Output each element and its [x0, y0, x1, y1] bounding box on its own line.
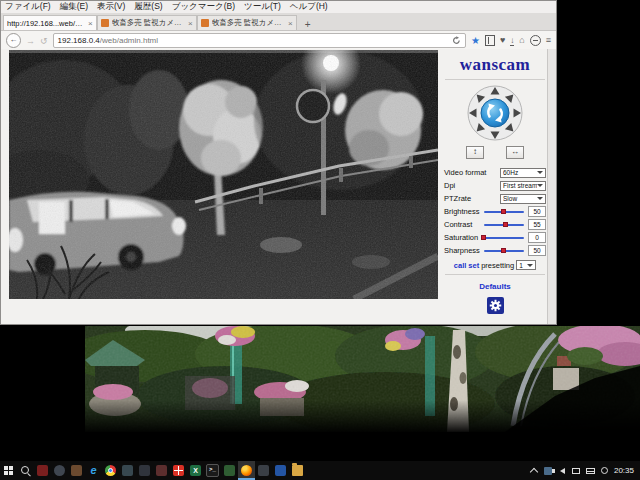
chevron-up-icon[interactable]: [530, 467, 539, 475]
taskbar-app-maroon[interactable]: [153, 461, 170, 480]
set-preset-link[interactable]: set: [468, 261, 479, 270]
menu-edit[interactable]: 編集(E): [60, 1, 88, 13]
patrol-buttons: ↕ ↔: [466, 146, 524, 159]
contrast-row: Contrast 55: [444, 219, 546, 230]
menu-tools[interactable]: ツール(T): [244, 1, 281, 13]
slider-thumb[interactable]: [503, 222, 508, 227]
new-tab-button[interactable]: +: [301, 19, 315, 30]
ptz-control-pad[interactable]: [466, 84, 524, 142]
ptzrate-label: PTZrate: [444, 194, 500, 203]
taskbar-clock[interactable]: 20:35: [614, 466, 634, 475]
brightness-value[interactable]: 50: [528, 206, 546, 217]
app-icon: [156, 465, 167, 476]
taskbar-excel[interactable]: X: [187, 461, 204, 480]
sharpness-slider[interactable]: [484, 247, 524, 254]
menu-icon[interactable]: ≡: [546, 36, 551, 45]
taskbar-app-blue[interactable]: [272, 461, 289, 480]
home-icon[interactable]: ⌂: [519, 36, 524, 45]
brightness-row: Brightness 50: [444, 206, 546, 217]
pocket-icon[interactable]: ♥: [500, 36, 505, 45]
keyboard-icon[interactable]: [586, 467, 595, 475]
forward-icon[interactable]: →: [26, 36, 35, 46]
video-format-label: Video format: [444, 168, 500, 177]
slider-thumb[interactable]: [481, 235, 486, 240]
reload-icon[interactable]: [452, 36, 461, 45]
taskbar-internet-explorer[interactable]: e: [85, 461, 102, 480]
refresh-icon[interactable]: ↺: [40, 36, 48, 46]
scrollbar[interactable]: [547, 49, 556, 324]
menu-help[interactable]: ヘルプ(H): [290, 1, 328, 13]
browser-window: ファイル(F) 編集(E) 表示(V) 履歴(S) ブックマーク(B) ツール(…: [0, 0, 557, 325]
status-icon[interactable]: [600, 467, 609, 475]
settings-gear-button[interactable]: [487, 297, 504, 314]
settings-form: Video format 60Hz Dpi First stream PTZra…: [444, 167, 546, 256]
taskbar-command-prompt[interactable]: >_: [204, 461, 221, 480]
tab-admin[interactable]: http://192.168...web/admin.html ×: [3, 15, 97, 30]
call-preset-link[interactable]: call: [454, 261, 467, 270]
tab-camera-3[interactable]: 牧畜多売 監視カメラ H... ×: [197, 15, 297, 30]
menu-history[interactable]: 履歴(S): [134, 1, 162, 13]
taskbar-app-brown[interactable]: [68, 461, 85, 480]
volume-icon[interactable]: [558, 467, 567, 475]
display-icon[interactable]: [572, 467, 581, 475]
chevron-down-icon: [537, 184, 543, 187]
tab-camera-2[interactable]: 牧畜多売 監視カメラ H... ×: [97, 15, 197, 30]
app-icon: [71, 465, 82, 476]
menu-view[interactable]: 表示(V): [97, 1, 125, 13]
tab-close-icon[interactable]: ×: [188, 19, 193, 28]
taskbar-app-green[interactable]: [221, 461, 238, 480]
horizontal-patrol-button[interactable]: ↔: [506, 146, 524, 159]
sharpness-value[interactable]: 50: [528, 245, 546, 256]
brightness-slider[interactable]: [484, 208, 524, 215]
slider-thumb[interactable]: [501, 248, 506, 253]
menu-bookmarks[interactable]: ブックマーク(B): [172, 1, 235, 13]
grid-app-icon: [173, 465, 184, 476]
defaults-link[interactable]: Defaults: [479, 282, 511, 291]
taskbar-firefox-active[interactable]: [238, 461, 255, 480]
divider: [445, 274, 545, 275]
system-tray: 20:35: [530, 466, 640, 475]
url-bar[interactable]: 192.168.0.4 /web/admin.html: [53, 33, 466, 48]
app-icon: [54, 465, 65, 476]
taskbar-app-red[interactable]: [34, 461, 51, 480]
camera-control-panel: wanscam: [441, 49, 549, 324]
back-icon[interactable]: ←: [6, 33, 21, 48]
tab-close-icon[interactable]: ×: [88, 19, 93, 28]
taskbar-app-slate[interactable]: [119, 461, 136, 480]
ptzrate-select[interactable]: Slow: [500, 194, 546, 204]
tab-close-icon[interactable]: ×: [288, 19, 293, 28]
start-button[interactable]: [0, 461, 17, 480]
menu-file[interactable]: ファイル(F): [5, 1, 51, 13]
taskbar-app-gray2[interactable]: [255, 461, 272, 480]
wanscam-logo: wanscam: [460, 55, 531, 75]
taskbar-chrome[interactable]: [102, 461, 119, 480]
taskbar-file-explorer[interactable]: [289, 461, 306, 480]
chevron-down-icon: [537, 171, 543, 174]
taskbar-app-red-grid[interactable]: [170, 461, 187, 480]
dpi-label: Dpi: [444, 181, 500, 190]
downloads-icon[interactable]: ↓: [510, 37, 514, 45]
app-icon: [37, 465, 48, 476]
taskbar-search-button[interactable]: [17, 461, 34, 480]
sharpness-row: Sharpness 50: [444, 245, 546, 256]
dpi-select[interactable]: First stream: [500, 181, 546, 191]
saturation-row: Saturation 0: [444, 232, 546, 243]
tab-title: 牧畜多売 監視カメラ H...: [112, 18, 185, 28]
preset-select[interactable]: 1: [516, 260, 536, 270]
saturation-slider[interactable]: [484, 234, 524, 241]
forget-icon[interactable]: [530, 35, 541, 46]
excel-icon: X: [190, 465, 201, 476]
contrast-slider[interactable]: [484, 221, 524, 228]
bookmark-star-icon[interactable]: ★: [471, 35, 480, 46]
vertical-patrol-button[interactable]: ↕: [466, 146, 484, 159]
video-format-select[interactable]: 60Hz: [500, 168, 546, 178]
taskbar-app-gray[interactable]: [51, 461, 68, 480]
preset-row: call set presetting 1: [454, 260, 536, 270]
contrast-value[interactable]: 55: [528, 219, 546, 230]
bookmarks-sidebar-icon[interactable]: [485, 35, 495, 46]
saturation-value[interactable]: 0: [528, 232, 546, 243]
slider-thumb[interactable]: [501, 209, 506, 214]
tab-favicon: [101, 19, 109, 27]
taskbar-app-dark[interactable]: [136, 461, 153, 480]
tab-title: 牧畜多売 監視カメラ H...: [212, 18, 285, 28]
